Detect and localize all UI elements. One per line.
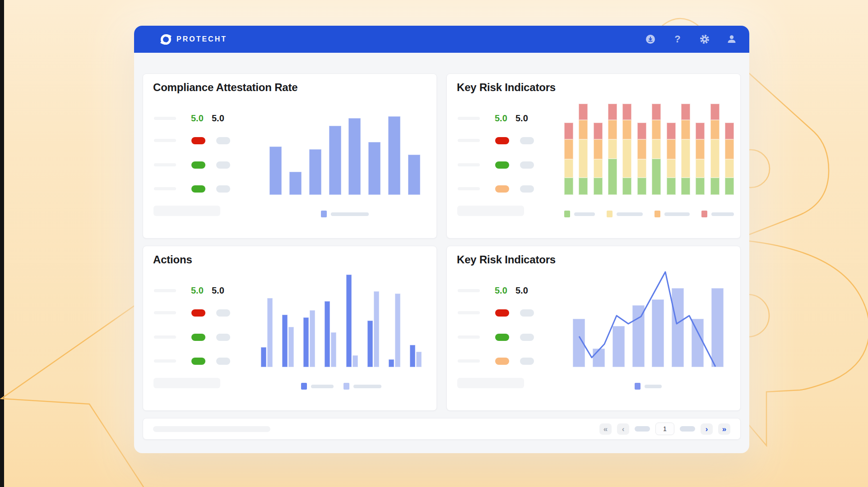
next-page-button[interactable]: › — [701, 423, 713, 435]
bar — [309, 149, 321, 195]
stacked-bar — [594, 123, 603, 195]
current-page-indicator[interactable]: 1 — [655, 423, 674, 435]
status-pill-green — [191, 334, 205, 341]
legend-item — [321, 211, 369, 217]
bar-segment — [637, 178, 646, 195]
bar-segment — [608, 159, 617, 195]
muted-pill — [520, 309, 534, 317]
skeleton-label-pill — [154, 139, 176, 142]
last-page-button[interactable]: » — [718, 423, 730, 435]
bar-segment — [725, 123, 734, 139]
muted-pill — [520, 185, 534, 193]
bar-segment — [564, 123, 573, 139]
skeleton-label-pill — [458, 335, 480, 339]
bar-segment — [696, 159, 705, 178]
muted-pill — [520, 137, 534, 144]
bar-segment — [608, 139, 617, 159]
skeleton-label-pill — [154, 117, 176, 120]
status-pill-orange — [495, 358, 509, 365]
bar-segment — [710, 178, 719, 195]
legend-swatch — [301, 383, 307, 390]
legend-label-pill — [711, 212, 734, 216]
skeleton-label-pill — [154, 311, 176, 314]
muted-pill — [520, 161, 534, 169]
status-pill-green — [191, 358, 205, 365]
bar-segment — [681, 178, 690, 195]
legend-item — [635, 383, 662, 390]
settings-icon[interactable] — [699, 33, 710, 45]
bottom-toolbar: « ‹ 1 › » — [143, 418, 741, 440]
muted-pill — [216, 309, 230, 317]
app-window: PROTECHT ? — [134, 26, 749, 453]
bar-segment — [594, 159, 603, 178]
metric-value-green: 5.0 — [191, 286, 204, 295]
chart-legend — [573, 383, 724, 390]
card-title: Compliance Attestation Rate — [153, 81, 297, 94]
status-pill-orange — [495, 185, 509, 193]
bar-segment — [667, 139, 676, 159]
card-title: Key Risk Indicators — [457, 253, 556, 266]
bar-segment — [710, 104, 719, 120]
bar-group — [389, 294, 400, 367]
trend-line — [573, 270, 724, 367]
skeleton-label-pill — [458, 289, 480, 292]
chart-legend — [269, 211, 420, 217]
bar-group — [325, 301, 336, 367]
skeleton-label-pill — [458, 139, 480, 142]
bar-segment — [681, 139, 690, 178]
metric-value-green: 5.0 — [495, 114, 507, 123]
download-icon[interactable] — [645, 33, 656, 45]
status-pill-green — [191, 161, 205, 169]
status-pill-red — [495, 309, 509, 317]
bar-segment — [725, 159, 734, 178]
legend-swatch — [321, 211, 327, 217]
bar-segment — [637, 123, 646, 139]
bar-segment — [622, 139, 631, 178]
bar-segment — [579, 139, 588, 178]
metric-value-green: 5.0 — [191, 114, 204, 123]
status-pill-green — [495, 161, 509, 169]
legend-swatch — [701, 211, 707, 217]
muted-pill — [520, 358, 534, 365]
bar — [282, 315, 288, 367]
bar — [267, 298, 273, 367]
bar-segment — [652, 120, 661, 139]
bar — [410, 345, 415, 367]
muted-pill — [216, 358, 230, 365]
bar-segment — [622, 104, 631, 120]
bar-segment — [652, 139, 661, 159]
status-pill-red — [495, 137, 509, 144]
bar-segment — [622, 120, 631, 139]
bar-segment — [667, 159, 676, 178]
bar-group — [410, 345, 422, 367]
muted-pill — [216, 334, 230, 341]
legend-label-pill — [574, 212, 595, 216]
user-icon[interactable] — [726, 33, 738, 45]
bar — [289, 172, 302, 195]
stacked-bar — [637, 123, 646, 195]
legend-label-pill — [331, 212, 369, 216]
bar — [368, 142, 381, 195]
bar — [416, 352, 422, 367]
bar — [367, 321, 373, 367]
skeleton-label-pill — [154, 335, 176, 339]
bar-segment — [594, 139, 603, 159]
help-icon[interactable]: ? — [672, 33, 683, 45]
brand-logo: PROTECHT — [160, 33, 227, 46]
bar — [346, 275, 352, 367]
stacked-bar — [696, 123, 705, 195]
bar-segment — [608, 120, 617, 139]
bar-segment — [579, 178, 588, 195]
status-pill-red — [191, 309, 205, 317]
legend-item — [701, 211, 734, 217]
legend-item — [607, 211, 643, 217]
skeleton-label-pill — [154, 163, 176, 166]
legend-item — [301, 383, 334, 390]
prev-page-button[interactable]: ‹ — [617, 423, 629, 435]
legend-item — [654, 211, 690, 217]
first-page-button[interactable]: « — [599, 423, 612, 435]
bar-segment — [637, 139, 646, 159]
brand-name: PROTECHT — [176, 35, 227, 43]
bar — [325, 301, 330, 367]
bar-segment — [564, 159, 573, 178]
